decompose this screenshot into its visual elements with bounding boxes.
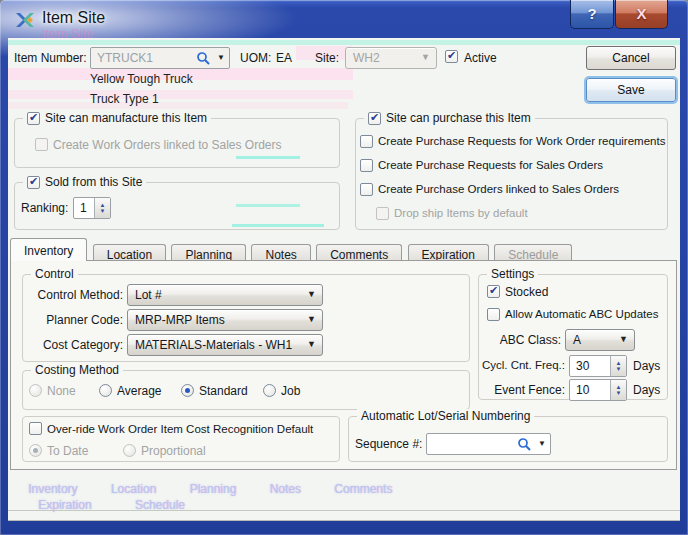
costing-method-title: Costing Method — [35, 363, 119, 377]
cost-category-value: MATERIALS-Materials - WH1 — [135, 338, 292, 352]
override-checkbox[interactable] — [29, 422, 42, 435]
lot-serial-title: Automatic Lot/Serial Numbering — [361, 409, 530, 423]
spinner-buttons[interactable]: ▲▼ — [610, 380, 626, 400]
manufacture-group: Site can manufacture this Item Create Wo… — [14, 118, 340, 168]
control-method-label: Control Method: — [23, 288, 123, 302]
spin-down-icon[interactable]: ▼ — [100, 208, 106, 214]
artifact-stripe — [8, 90, 353, 99]
spin-down-icon[interactable]: ▼ — [616, 366, 622, 372]
override-group: Over-ride Work Order Item Cost Recogniti… — [22, 416, 340, 462]
tab-bar: Inventory Location Planning Notes Commen… — [10, 238, 574, 261]
pr-sales-orders-checkbox[interactable] — [360, 159, 373, 172]
costing-standard-radio[interactable] — [181, 384, 194, 397]
costing-average-radio[interactable] — [99, 384, 112, 397]
event-fence-value: 10 — [576, 383, 589, 397]
event-fence-stepper[interactable]: 10 ▲▼ — [569, 379, 627, 401]
item-number-value: YTRUCK1 — [97, 51, 153, 65]
site-can-manufacture-checkbox[interactable] — [27, 112, 40, 125]
spinner-buttons[interactable]: ▲▼ — [94, 198, 110, 218]
sold-from-site-checkbox[interactable] — [27, 176, 40, 189]
site-can-manufacture-label: Site can manufacture this Item — [45, 111, 207, 125]
costing-method-legend: Costing Method — [31, 363, 123, 378]
chevron-down-icon: ▼ — [307, 339, 316, 349]
event-fence-label: Event Fence: — [479, 383, 565, 397]
drop-ship-checkbox — [376, 207, 389, 220]
costing-standard-label: Standard — [199, 384, 248, 398]
item-number-lookup[interactable]: YTRUCK1 ▼ — [90, 47, 230, 69]
search-icon[interactable] — [517, 437, 532, 452]
stocked-label: Stocked — [505, 285, 548, 299]
site-can-purchase-label: Site can purchase this Item — [386, 111, 531, 125]
cycle-count-freq-label: Cycl. Cnt. Freq.: — [479, 359, 565, 371]
item-description-line2: Truck Type 1 — [90, 92, 159, 106]
artifact-stripe — [8, 102, 348, 109]
control-group-title: Control — [35, 267, 74, 281]
chevron-down-icon: ▼ — [619, 334, 628, 344]
create-work-orders-label: Create Work Orders linked to Sales Order… — [53, 138, 282, 152]
artifact-stripe — [8, 40, 680, 45]
ghost-tab-text-line1: Inventory Location Planning Notes Commen… — [28, 482, 392, 496]
planner-code-combobox[interactable]: MRP-MRP Items ▼ — [127, 309, 323, 331]
window-title: Item Site — [42, 9, 105, 27]
tab-inventory[interactable]: Inventory — [10, 238, 87, 261]
abc-updates-label: Allow Automatic ABC Updates — [505, 308, 658, 320]
abc-updates-checkbox[interactable] — [487, 308, 500, 321]
uom-value: EA — [276, 51, 292, 65]
chevron-down-icon[interactable]: ▼ — [217, 53, 225, 62]
stocked-checkbox[interactable] — [487, 285, 500, 298]
save-button[interactable]: Save — [586, 78, 676, 102]
abc-class-value: A — [573, 333, 581, 347]
dialog-body: Item Number: YTRUCK1 ▼ UOM: EA Site: WH2… — [8, 38, 680, 521]
sequence-lookup[interactable]: ▼ — [426, 433, 551, 455]
chevron-down-icon: ▼ — [307, 314, 316, 324]
ranking-label: Ranking: — [21, 201, 68, 215]
planner-code-value: MRP-MRP Items — [135, 313, 225, 327]
chevron-down-icon: ▼ — [307, 289, 316, 299]
event-fence-unit: Days — [633, 383, 660, 397]
create-work-orders-checkbox — [35, 138, 48, 151]
control-group-legend: Control — [31, 267, 78, 282]
item-number-label: Item Number: — [14, 51, 87, 65]
po-sales-orders-checkbox[interactable] — [360, 183, 373, 196]
ranking-value: 1 — [80, 201, 87, 215]
sold-from-site-label: Sold from this Site — [45, 175, 142, 189]
spinner-buttons[interactable]: ▲▼ — [610, 356, 626, 376]
chevron-down-icon: ▼ — [421, 52, 430, 62]
costing-method-group: Costing Method None Average Standard Job — [22, 370, 470, 410]
control-method-combobox[interactable]: Lot # ▼ — [127, 284, 323, 306]
manufacture-group-legend: Site can manufacture this Item — [23, 111, 211, 126]
drop-ship-label: Drop ship Items by default — [394, 207, 528, 219]
to-date-radio — [29, 444, 42, 457]
costing-none-label: None — [47, 384, 76, 398]
cancel-button[interactable]: Cancel — [586, 46, 676, 70]
control-group: Control Control Method: Lot # ▼ Planner … — [22, 274, 470, 362]
abc-class-label: ABC Class: — [479, 333, 561, 347]
cost-category-combobox[interactable]: MATERIALS-Materials - WH1 ▼ — [127, 334, 323, 356]
active-checkbox[interactable] — [445, 50, 458, 63]
spin-down-icon[interactable]: ▼ — [616, 390, 622, 396]
abc-class-combobox[interactable]: A ▼ — [565, 329, 635, 351]
control-method-value: Lot # — [135, 288, 162, 302]
settings-group: Settings Stocked Allow Automatic ABC Upd… — [478, 274, 668, 400]
po-sales-orders-label: Create Purchase Orders linked to Sales O… — [378, 183, 619, 195]
close-button[interactable]: X — [615, 0, 668, 29]
purchase-group-legend: Site can purchase this Item — [364, 111, 535, 126]
settings-group-legend: Settings — [487, 267, 538, 282]
search-icon[interactable] — [196, 51, 211, 66]
pr-work-order-label: Create Purchase Requests for Work Order … — [378, 135, 665, 147]
site-can-purchase-checkbox[interactable] — [368, 112, 381, 125]
cost-category-label: Cost Category: — [23, 338, 123, 352]
costing-job-radio[interactable] — [263, 384, 276, 397]
chevron-down-icon[interactable]: ▼ — [538, 439, 546, 448]
pr-work-order-checkbox[interactable] — [360, 135, 373, 148]
ranking-stepper[interactable]: 1 ▲▼ — [73, 197, 111, 219]
sold-group-legend: Sold from this Site — [23, 175, 146, 190]
site-value: WH2 — [353, 51, 380, 65]
lot-serial-group: Automatic Lot/Serial Numbering Sequence … — [348, 416, 668, 462]
title-bar[interactable]: Item Site Item Site ? X — [0, 0, 688, 38]
proportional-radio — [123, 444, 136, 457]
lot-serial-legend: Automatic Lot/Serial Numbering — [357, 409, 534, 424]
sequence-label: Sequence #: — [355, 437, 422, 451]
cycle-count-freq-stepper[interactable]: 30 ▲▼ — [569, 355, 627, 377]
help-button[interactable]: ? — [570, 0, 614, 29]
